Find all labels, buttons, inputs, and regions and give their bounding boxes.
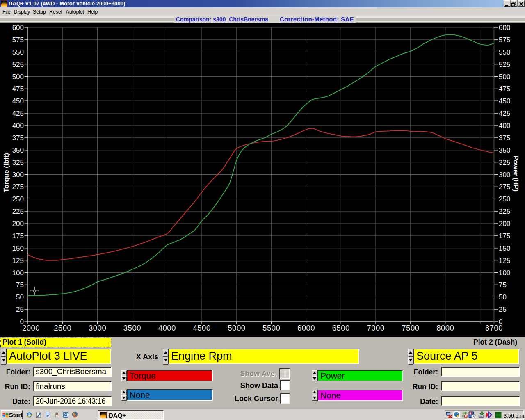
svg-text:25: 25 bbox=[16, 306, 24, 313]
svg-text:350: 350 bbox=[499, 146, 510, 154]
svg-text:100: 100 bbox=[12, 269, 24, 277]
svg-text:50: 50 bbox=[16, 293, 24, 301]
svg-text:275: 275 bbox=[499, 183, 510, 191]
svg-text:Power (HP): Power (HP) bbox=[512, 155, 520, 192]
svg-text:300: 300 bbox=[499, 171, 510, 179]
svg-text:550: 550 bbox=[499, 48, 510, 56]
svg-text:475: 475 bbox=[499, 85, 510, 93]
svg-text:375: 375 bbox=[12, 134, 24, 142]
svg-text:525: 525 bbox=[12, 61, 24, 68]
svg-text:100: 100 bbox=[499, 269, 510, 277]
svg-text:2000: 2000 bbox=[22, 324, 40, 332]
svg-text:400: 400 bbox=[12, 122, 24, 130]
svg-text:7500: 7500 bbox=[402, 324, 419, 332]
svg-text:75: 75 bbox=[499, 281, 507, 289]
svg-text:150: 150 bbox=[12, 244, 24, 252]
svg-text:575: 575 bbox=[12, 36, 24, 44]
svg-text:600: 600 bbox=[12, 24, 24, 32]
svg-text:2500: 2500 bbox=[54, 324, 71, 332]
svg-text:175: 175 bbox=[499, 232, 510, 240]
svg-text:250: 250 bbox=[12, 195, 24, 203]
svg-text:275: 275 bbox=[12, 183, 24, 191]
svg-text:200: 200 bbox=[499, 220, 510, 228]
svg-text:325: 325 bbox=[12, 159, 24, 167]
svg-text:3500: 3500 bbox=[123, 324, 141, 332]
svg-text:375: 375 bbox=[499, 134, 510, 142]
svg-text:6000: 6000 bbox=[297, 324, 315, 332]
svg-text:475: 475 bbox=[12, 85, 24, 93]
svg-text:425: 425 bbox=[499, 110, 510, 117]
svg-text:225: 225 bbox=[12, 208, 24, 215]
svg-text:25: 25 bbox=[499, 306, 507, 313]
svg-text:7000: 7000 bbox=[367, 324, 385, 332]
svg-text:250: 250 bbox=[499, 195, 510, 203]
svg-text:8700: 8700 bbox=[485, 324, 503, 332]
svg-text:425: 425 bbox=[12, 110, 24, 117]
svg-text:3000: 3000 bbox=[89, 324, 106, 332]
svg-text:525: 525 bbox=[499, 61, 510, 68]
svg-text:350: 350 bbox=[12, 146, 24, 154]
svg-text:8000: 8000 bbox=[436, 324, 454, 332]
svg-text:175: 175 bbox=[12, 232, 24, 240]
svg-text:50: 50 bbox=[499, 293, 507, 301]
svg-text:125: 125 bbox=[499, 257, 510, 265]
svg-text:450: 450 bbox=[12, 97, 24, 105]
svg-text:575: 575 bbox=[499, 36, 510, 44]
svg-text:6500: 6500 bbox=[332, 324, 350, 332]
svg-text:550: 550 bbox=[12, 48, 24, 56]
svg-text:125: 125 bbox=[12, 257, 24, 265]
svg-text:225: 225 bbox=[499, 208, 510, 215]
svg-text:400: 400 bbox=[499, 122, 510, 130]
svg-text:4500: 4500 bbox=[193, 324, 211, 332]
svg-text:300: 300 bbox=[12, 171, 24, 179]
svg-text:500: 500 bbox=[499, 73, 510, 81]
svg-text:5000: 5000 bbox=[228, 324, 245, 332]
svg-text:5500: 5500 bbox=[262, 324, 280, 332]
svg-text:Torque (lbft): Torque (lbft) bbox=[2, 153, 10, 192]
svg-text:325: 325 bbox=[499, 159, 510, 167]
svg-text:500: 500 bbox=[12, 73, 24, 81]
svg-text:4000: 4000 bbox=[158, 324, 176, 332]
svg-text:600: 600 bbox=[499, 24, 510, 32]
svg-text:150: 150 bbox=[499, 244, 510, 252]
svg-text:75: 75 bbox=[16, 281, 24, 289]
svg-text:450: 450 bbox=[499, 97, 510, 105]
svg-text:200: 200 bbox=[12, 220, 24, 228]
